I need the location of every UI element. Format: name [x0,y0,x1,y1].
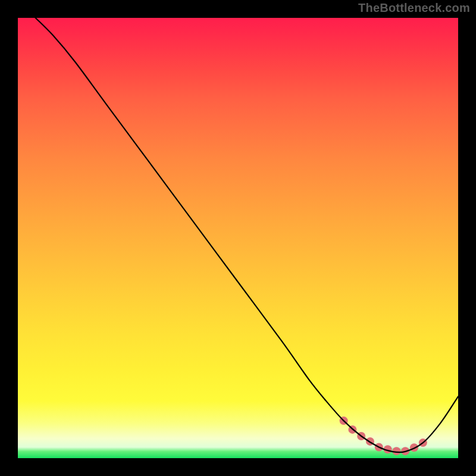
plot-area [18,18,458,458]
curve-svg [18,18,458,458]
watermark-text: TheBottleneck.com [358,1,470,15]
bottom-marker [392,447,400,455]
chart-frame: TheBottleneck.com [0,0,476,476]
bottleneck-curve [36,18,458,452]
